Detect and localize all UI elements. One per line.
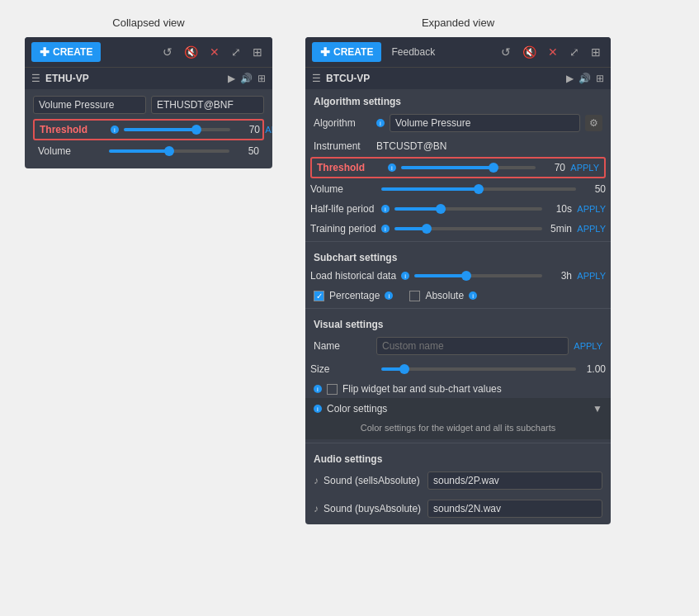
percentage-label: Percentage — [329, 290, 380, 301]
name-label: Name — [314, 340, 371, 352]
color-desc: Color settings for the widget and all it… — [305, 419, 611, 439]
collapsed-resize-icon[interactable]: ⊞ — [257, 73, 266, 84]
divider-1 — [305, 241, 611, 242]
audio-settings-header: Audio settings — [305, 447, 611, 468]
expanded-create-button[interactable]: ✚ CREATE — [312, 42, 381, 62]
chevron-down-icon: ▼ — [593, 403, 602, 415]
historical-label: Load historical data — [310, 270, 396, 282]
absolute-info[interactable]: i — [469, 291, 477, 300]
collapsed-widget-name: ETHU-VP — [45, 73, 223, 84]
training-row: Training period i 5min APPLY — [305, 220, 611, 238]
flip-checkbox[interactable] — [327, 384, 338, 395]
instrument-field-row: Instrument BTCUSDT@BN — [305, 137, 611, 155]
collapsed-threshold-info[interactable]: i — [111, 126, 119, 134]
expanded-label: Expanded view — [422, 17, 494, 29]
collapsed-algo-row: Volume Pressure ETHUSDT@BNF — [33, 96, 264, 114]
close-icon[interactable]: ✕ — [206, 44, 223, 60]
instrument-label: Instrument — [314, 140, 371, 152]
expanded-volume-icon[interactable]: 🔊 — [579, 73, 591, 84]
sells-audio-row: ♪ Sound (sellsAbsolute) sounds/2P.wav — [305, 468, 611, 493]
historical-info[interactable]: i — [401, 272, 409, 280]
halflife-apply[interactable]: APPLY — [577, 204, 606, 214]
collapsed-instrument-select[interactable]: ETHUSDT@BNF — [151, 96, 264, 114]
expanded-play-icon[interactable]: ▶ — [566, 73, 574, 84]
expanded-widget-row: ☰ BTCU-VP ▶ 🔊 ⊞ — [305, 67, 611, 89]
collapsed-volume-value: 50 — [234, 145, 259, 157]
percentage-checkbox[interactable]: ✓ — [314, 291, 324, 301]
size-slider[interactable] — [381, 367, 576, 371]
name-input[interactable] — [376, 337, 569, 355]
widget-doc-icon: ☰ — [31, 73, 40, 84]
feedback-button[interactable]: Feedback — [386, 43, 440, 61]
undo-icon[interactable]: ↺ — [159, 44, 176, 60]
absolute-label: Absolute — [425, 290, 464, 301]
expanded-expand-icon[interactable]: ⤢ — [566, 44, 583, 60]
mute-icon[interactable]: 🔇 — [181, 44, 201, 60]
expanded-settings-icon[interactable]: ⊞ — [588, 44, 604, 60]
color-settings-label: Color settings — [327, 403, 588, 415]
collapsed-algorithm-select[interactable]: Volume Pressure — [33, 96, 146, 114]
expanded-mute-icon[interactable]: 🔇 — [519, 44, 540, 60]
expanded-section: Expanded view ✚ CREATE Feedback ↺ 🔇 ✕ ⤢ … — [305, 17, 611, 524]
expanded-volume-value: 50 — [581, 183, 606, 195]
expanded-toolbar: ✚ CREATE Feedback ↺ 🔇 ✕ ⤢ ⊞ — [305, 37, 611, 67]
training-info[interactable]: i — [381, 225, 390, 233]
buys-audio-label: Sound (buysAbsolute) — [324, 503, 423, 514]
expanded-threshold-label: Threshold — [317, 162, 383, 173]
expanded-close-icon[interactable]: ✕ — [545, 44, 561, 60]
expanded-threshold-slider[interactable] — [401, 166, 536, 169]
algorithm-label: Algorithm — [314, 117, 371, 129]
collapsed-threshold-row: Threshold i 70 APPLY — [33, 119, 264, 140]
collapsed-threshold-apply[interactable]: APPLY — [265, 125, 272, 135]
collapsed-play-icon[interactable]: ▶ — [228, 73, 235, 84]
expanded-volume-row: Volume 50 — [305, 180, 611, 198]
expanded-threshold-value: 70 — [541, 162, 565, 173]
percentage-check-row: ✓ Percentage i — [314, 290, 393, 301]
checkbox-row: ✓ Percentage i Absolute i — [305, 287, 611, 305]
flip-label: Flip widget bar and sub-chart values — [342, 383, 502, 395]
percentage-info[interactable]: i — [385, 291, 393, 300]
name-apply[interactable]: APPLY — [574, 341, 602, 351]
settings-icon[interactable]: ⊞ — [249, 44, 266, 60]
algorithm-select[interactable]: Volume Pressure — [390, 114, 580, 132]
halflife-info[interactable]: i — [381, 205, 390, 213]
historical-slider[interactable] — [414, 274, 542, 277]
color-info[interactable]: i — [314, 405, 322, 413]
expanded-undo-icon[interactable]: ↺ — [498, 44, 514, 60]
sells-music-icon: ♪ — [314, 475, 319, 486]
expanded-plus-icon: ✚ — [320, 45, 330, 59]
size-row: Size 1.00 — [305, 360, 611, 378]
size-label: Size — [310, 363, 376, 375]
collapsed-section: Collapsed view ✚ CREATE ↺ 🔇 ✕ ⤢ ⊞ ☰ ETHU… — [25, 17, 272, 524]
instrument-value: BTCUSDT@BN — [376, 140, 447, 152]
training-label: Training period — [310, 223, 376, 235]
expanded-widget-doc-icon: ☰ — [312, 73, 321, 84]
halflife-slider[interactable] — [394, 207, 542, 211]
collapsed-volume-icon[interactable]: 🔊 — [240, 73, 253, 84]
halflife-row: Half-life period i 10s APPLY — [305, 200, 611, 218]
expanded-threshold-apply[interactable]: APPLY — [570, 163, 599, 173]
color-settings-row[interactable]: i Color settings ▼ — [305, 398, 611, 419]
expanded-threshold-row: Threshold i 70 APPLY — [310, 157, 606, 178]
training-slider[interactable] — [394, 227, 542, 230]
collapsed-panel: ✚ CREATE ↺ 🔇 ✕ ⤢ ⊞ ☰ ETHU-VP ▶ 🔊 ⊞ — [25, 37, 272, 168]
flip-row: i Flip widget bar and sub-chart values — [305, 380, 611, 398]
divider-2 — [305, 308, 611, 309]
expanded-volume-slider[interactable] — [381, 187, 576, 191]
collapsed-create-button[interactable]: ✚ CREATE — [31, 42, 101, 62]
divider-3 — [305, 443, 611, 443]
algorithm-info[interactable]: i — [376, 119, 385, 127]
flip-info[interactable]: i — [314, 385, 322, 393]
historical-apply[interactable]: APPLY — [577, 271, 606, 281]
absolute-checkbox[interactable] — [409, 291, 420, 301]
expanded-resize-icon[interactable]: ⊞ — [596, 73, 604, 84]
expanded-threshold-info[interactable]: i — [388, 163, 396, 172]
expand-icon[interactable]: ⤢ — [228, 44, 244, 60]
gear-button[interactable]: ⚙ — [585, 115, 602, 131]
buys-audio-select[interactable]: sounds/2N.wav — [427, 500, 602, 518]
training-apply[interactable]: APPLY — [577, 224, 606, 234]
collapsed-volume-slider[interactable] — [109, 149, 229, 153]
collapsed-threshold-slider[interactable] — [124, 128, 230, 131]
sells-audio-select[interactable]: sounds/2P.wav — [427, 471, 602, 490]
expanded-widget-name: BTCU-VP — [326, 73, 561, 84]
